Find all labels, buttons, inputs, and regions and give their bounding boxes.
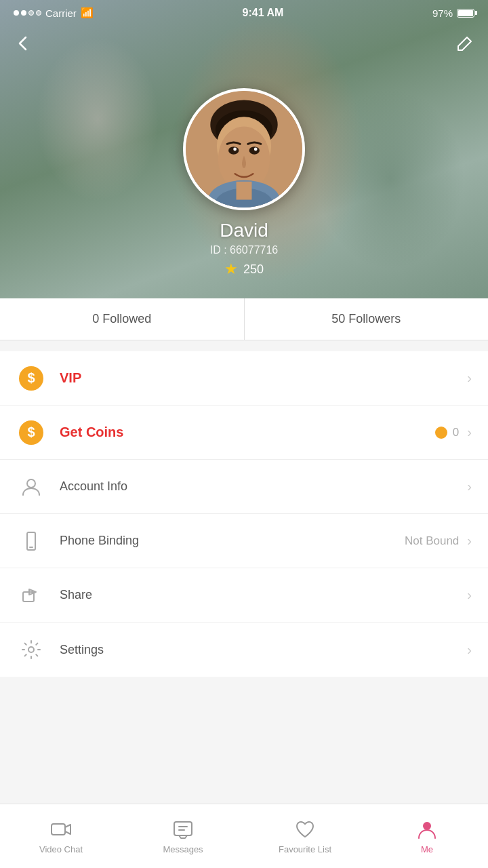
carrier-label: Carrier xyxy=(45,7,77,19)
settings-menu-item[interactable]: Settings › xyxy=(0,623,488,677)
coins-count: 0 xyxy=(453,426,459,439)
svg-point-7 xyxy=(233,148,237,151)
nav-messages[interactable]: Messages xyxy=(122,804,244,868)
account-chevron: › xyxy=(467,479,472,494)
account-info-menu-item[interactable]: Account Info › xyxy=(0,460,488,514)
vip-chevron: › xyxy=(467,370,472,386)
account-icon xyxy=(16,472,46,502)
nav-me-label: Me xyxy=(421,844,433,854)
star-icon: ★ xyxy=(224,260,238,278)
account-info-right: › xyxy=(464,479,472,494)
nav-video-chat-label: Video Chat xyxy=(39,844,83,854)
avatar[interactable] xyxy=(183,88,305,210)
profile-id: ID : 66077716 xyxy=(210,244,279,256)
edit-button[interactable] xyxy=(457,35,473,56)
followers-stat[interactable]: 50 Followers xyxy=(245,298,489,340)
profile-name: David xyxy=(220,220,268,241)
signal-icon xyxy=(14,10,41,16)
profile-stars: ★ 250 xyxy=(224,260,264,278)
time-label: 9:41 AM xyxy=(243,7,284,19)
phone-binding-menu-item[interactable]: Phone Binding Not Bound › xyxy=(0,514,488,568)
nav-favourite-list[interactable]: Favourite List xyxy=(244,804,366,868)
coin-badge-icon xyxy=(435,427,447,439)
coins-chevron: › xyxy=(467,425,472,440)
svg-point-5 xyxy=(228,146,239,154)
coins-icon: $ xyxy=(16,418,46,448)
nav-favourite-label: Favourite List xyxy=(279,844,331,854)
svg-rect-18 xyxy=(174,822,192,835)
vip-menu-item[interactable]: $ VIP › xyxy=(0,351,488,406)
settings-chevron: › xyxy=(467,642,472,658)
svg-rect-11 xyxy=(237,182,252,200)
coins-right: 0 › xyxy=(435,425,472,440)
get-coins-label: Get Coins xyxy=(60,425,435,440)
nav-messages-label: Messages xyxy=(163,844,203,854)
svg-point-12 xyxy=(27,479,35,488)
battery-percent: 97% xyxy=(432,7,453,19)
share-right: › xyxy=(464,587,472,603)
phone-binding-label: Phone Binding xyxy=(60,534,405,548)
menu-list: $ VIP › $ Get Coins 0 › Account Info › xyxy=(0,351,488,677)
share-menu-item[interactable]: Share › xyxy=(0,568,488,623)
back-button[interactable] xyxy=(14,34,33,58)
profile-content: David ID : 66077716 ★ 250 xyxy=(0,88,488,278)
vip-right: › xyxy=(464,370,472,386)
battery-icon xyxy=(457,9,474,18)
svg-point-8 xyxy=(254,148,258,151)
svg-point-6 xyxy=(249,146,260,154)
stats-row: 0 Followed 50 Followers xyxy=(0,298,488,340)
nav-video-chat[interactable]: Video Chat xyxy=(0,804,122,868)
svg-rect-17 xyxy=(52,824,65,835)
profile-header: David ID : 66077716 ★ 250 xyxy=(0,0,488,298)
svg-point-16 xyxy=(28,647,34,652)
vip-icon: $ xyxy=(16,363,46,393)
wifi-icon: 📶 xyxy=(81,7,94,19)
vip-label: VIP xyxy=(60,370,464,386)
phone-binding-right: Not Bound › xyxy=(405,533,472,549)
status-right: 97% xyxy=(432,7,474,19)
phone-icon xyxy=(16,526,46,556)
star-count: 250 xyxy=(243,262,264,277)
settings-label: Settings xyxy=(60,643,464,657)
account-info-label: Account Info xyxy=(60,479,464,494)
status-left: Carrier 📶 xyxy=(14,7,94,19)
share-chevron: › xyxy=(467,587,472,603)
settings-icon xyxy=(16,635,46,665)
bottom-nav: Video Chat Messages Favourite List Me xyxy=(0,804,488,868)
settings-right: › xyxy=(464,642,472,658)
share-icon xyxy=(16,580,46,610)
nav-me[interactable]: Me xyxy=(366,804,488,868)
get-coins-menu-item[interactable]: $ Get Coins 0 › xyxy=(0,406,488,460)
followed-stat[interactable]: 0 Followed xyxy=(0,298,245,340)
svg-point-21 xyxy=(423,822,431,830)
status-bar: Carrier 📶 9:41 AM 97% xyxy=(0,0,488,23)
phone-chevron: › xyxy=(467,533,472,549)
not-bound-text: Not Bound xyxy=(405,534,459,548)
share-label: Share xyxy=(60,588,464,602)
